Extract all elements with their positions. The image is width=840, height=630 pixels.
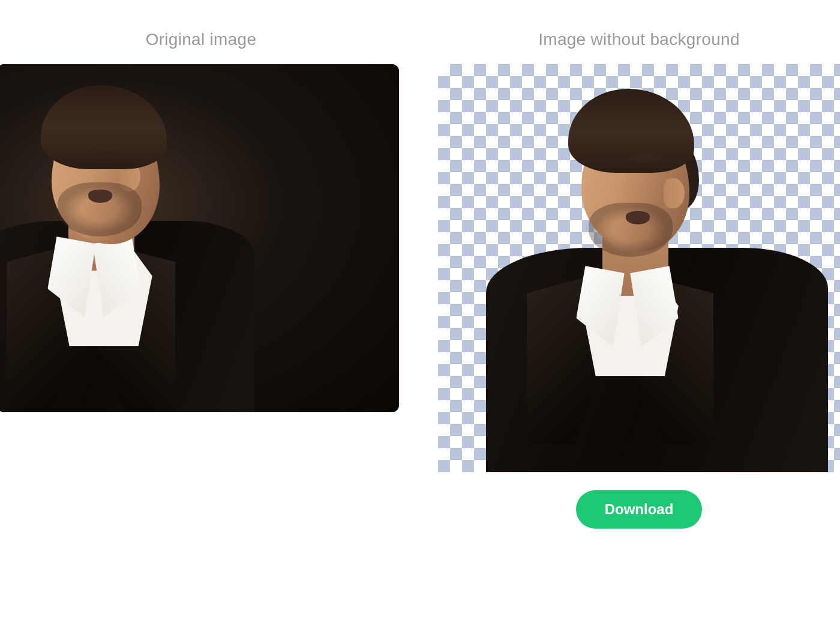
original-image-preview <box>0 64 399 412</box>
person-figure <box>0 64 254 412</box>
result-panel: Image without background Download <box>438 30 840 529</box>
person-figure-cutout <box>486 64 828 472</box>
original-panel: Original image <box>0 30 402 529</box>
result-title: Image without background <box>538 30 740 49</box>
comparison-container: Original image Image without b <box>0 0 840 529</box>
original-title: Original image <box>146 30 257 49</box>
download-button[interactable]: Download <box>576 490 703 529</box>
result-image-preview <box>438 64 840 472</box>
